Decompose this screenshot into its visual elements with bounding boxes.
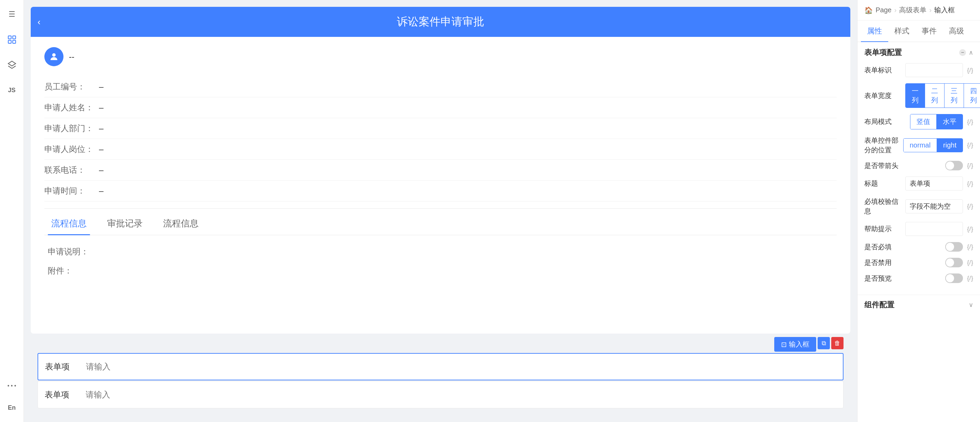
js-icon[interactable]: JS — [5, 83, 19, 98]
tab-flow-info[interactable]: 流程信息 — [160, 212, 202, 235]
config-layout-label: 布局模式 — [864, 117, 905, 126]
panel-tab-advanced[interactable]: 高级 — [943, 21, 970, 41]
title-input[interactable] — [905, 177, 963, 191]
svg-rect-3 — [13, 40, 16, 43]
position-option-normal[interactable]: normal — [904, 139, 937, 152]
config-form-id-row: 表单标识 {/} — [864, 63, 973, 77]
required-msg-code-badge: {/} — [967, 202, 973, 210]
config-required-msg-value: {/} — [905, 199, 973, 213]
input-row-active[interactable]: 表单项 — [38, 353, 843, 381]
copy-button[interactable]: ⧉ — [818, 337, 830, 349]
position-option-right[interactable]: right — [937, 139, 963, 152]
bottom-section: ⊡ 输入框 ⧉ 🗑 表单项 表单项 — [31, 334, 850, 415]
tabs-header: 流程信息 审批记录 流程信息 — [45, 212, 837, 235]
tab-content: 申请说明： 附件： — [45, 235, 837, 287]
svg-rect-0 — [8, 36, 11, 39]
component-config-section[interactable]: 组件配置 ∨ — [858, 295, 980, 315]
field-label-1: 申请人姓名： — [45, 102, 99, 113]
field-row: 员工编号： – — [45, 76, 837, 97]
config-arrow-row: 是否带箭头 {/} — [864, 161, 973, 170]
input-box-icon: ⊡ — [781, 341, 787, 349]
config-layout-value: 竖值 水平 {/} — [905, 114, 973, 129]
user-name: -- — [69, 52, 75, 62]
field-label-3: 申请人岗位： — [45, 144, 99, 154]
position-btn-group: normal right — [903, 138, 963, 152]
field-value-3: – — [99, 145, 103, 154]
input-field-1[interactable] — [86, 390, 836, 400]
tabs-section: 流程信息 审批记录 流程信息 申请说明： 附件： — [45, 208, 837, 287]
translate-icon[interactable]: En — [5, 400, 19, 415]
title-code-badge: {/} — [967, 180, 973, 188]
field-value-1: – — [99, 103, 103, 112]
main-area: ‹ 诉讼案件申请审批 -- 员工编号： — [24, 0, 857, 422]
remove-icon[interactable]: − — [959, 49, 966, 56]
panel-tab-props[interactable]: 属性 — [861, 21, 888, 41]
config-title-row: 标题 {/} — [864, 177, 973, 191]
width-option-2col[interactable]: 二列 — [925, 84, 944, 108]
svg-marker-4 — [8, 61, 16, 66]
config-title-label: 标题 — [864, 179, 905, 188]
panel-tab-style[interactable]: 样式 — [888, 21, 915, 41]
config-position-row: 表单控件部分的位置 normal right {/} — [864, 135, 973, 154]
input-field-0[interactable] — [86, 362, 836, 371]
form-body: -- 员工编号： – 申请人姓名： – 申请人部门： – 申请人岗位： – — [31, 37, 850, 298]
breadcrumb: 🏠 Page › 高级表单 › 输入框 — [858, 0, 980, 21]
left-sidebar: ☰ JS • • • En — [0, 0, 24, 422]
config-help-label: 帮助提示 — [864, 224, 905, 234]
config-help-value: {/} — [905, 222, 973, 236]
config-disabled-value: {/} — [905, 258, 973, 268]
disabled-toggle[interactable] — [945, 258, 963, 268]
arrow-toggle[interactable] — [945, 161, 963, 170]
puzzle-icon[interactable] — [5, 32, 19, 47]
config-form-id-value: {/} — [905, 63, 973, 77]
required-toggle[interactable] — [945, 242, 963, 252]
avatar — [45, 47, 64, 66]
section-actions: − ∧ — [959, 49, 973, 56]
config-required-value: {/} — [905, 242, 973, 252]
help-input[interactable] — [905, 222, 963, 236]
config-preview-label: 是否预览 — [864, 274, 905, 283]
preview-toggle[interactable] — [945, 274, 963, 283]
config-form-width-row: 表单宽度 一列 二列 三列 四列 {/} — [864, 83, 973, 108]
tab-approval-record[interactable]: 审批记录 — [104, 212, 146, 235]
preview-code-badge: {/} — [967, 274, 973, 282]
panel-tab-events[interactable]: 事件 — [915, 21, 943, 41]
layout-option-horizontal[interactable]: 水平 — [936, 115, 963, 129]
layout-option-vertical[interactable]: 竖值 — [910, 115, 936, 129]
config-required-msg-row: 必填校验信息 {/} — [864, 197, 973, 216]
user-row: -- — [45, 47, 837, 66]
component-config-title: 组件配置 — [864, 300, 894, 310]
config-form-id-label: 表单标识 — [864, 65, 905, 75]
required-msg-input[interactable] — [905, 199, 963, 213]
layers-icon[interactable] — [5, 57, 19, 72]
svg-rect-2 — [8, 40, 11, 43]
right-panel: 🏠 Page › 高级表单 › 输入框 属性 样式 事件 高级 表单项配置 − … — [857, 0, 980, 422]
width-option-4col[interactable]: 四列 — [964, 84, 980, 108]
input-row-second[interactable]: 表单项 — [38, 381, 843, 408]
field-value-4: – — [99, 165, 103, 175]
width-option-1col[interactable]: 一列 — [905, 84, 925, 108]
field-label-4: 联系电话： — [45, 164, 99, 175]
field-row: 申请人岗位： – — [45, 139, 837, 160]
tab-process-info[interactable]: 流程信息 — [48, 212, 90, 235]
position-code-badge: {/} — [967, 141, 973, 149]
input-box-button[interactable]: ⊡ 输入框 — [774, 337, 816, 352]
input-row-label-1: 表单项 — [45, 389, 86, 400]
component-config-collapse-icon: ∨ — [969, 301, 973, 309]
more-icon[interactable]: • • • — [5, 378, 19, 393]
field-value-0: – — [99, 82, 103, 91]
config-required-label: 是否必填 — [864, 242, 905, 252]
config-preview-row: 是否预览 {/} — [864, 274, 973, 283]
form-id-input[interactable] — [905, 63, 963, 77]
arrow-code-badge: {/} — [967, 162, 973, 169]
width-option-3col[interactable]: 三列 — [944, 84, 964, 108]
svg-point-5 — [52, 53, 56, 57]
delete-button[interactable]: 🗑 — [831, 337, 843, 349]
field-label-2: 申请人部门： — [45, 123, 99, 134]
form-card: ‹ 诉讼案件申请审批 -- 员工编号： — [31, 7, 850, 334]
back-button[interactable]: ‹ — [38, 17, 41, 27]
config-disabled-row: 是否禁用 {/} — [864, 258, 973, 268]
menu-icon[interactable]: ☰ — [5, 7, 19, 22]
field-row: 申请人部门： – — [45, 118, 837, 139]
collapse-icon[interactable]: ∧ — [969, 49, 973, 56]
